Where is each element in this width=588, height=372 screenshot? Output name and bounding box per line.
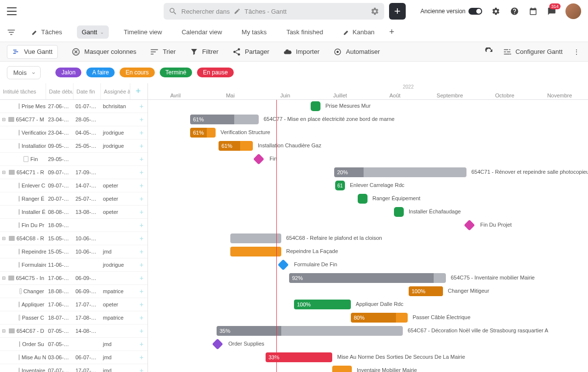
task-row[interactable]: Mise Au N 03-06-2022 06-07-2022 jmd + xyxy=(0,351,147,364)
task-row[interactable]: Enlever C 09-07-2022 14-07-2022 opeter + xyxy=(0,179,147,192)
add-subtask-button[interactable]: + xyxy=(140,274,144,282)
gantt-bar[interactable]: 100% xyxy=(409,286,443,296)
task-row[interactable]: ⊟654C67 - D 07-05-2022 14-08-2022 + xyxy=(0,325,147,338)
add-subtask-button[interactable]: + xyxy=(140,142,144,150)
settings-icon[interactable] xyxy=(491,6,501,16)
gantt-bar[interactable]: 35% xyxy=(217,326,403,336)
add-subtask-button[interactable]: + xyxy=(140,129,144,137)
add-subtask-button[interactable]: + xyxy=(140,287,144,295)
share-button[interactable]: Partager xyxy=(232,47,270,56)
add-subtask-button[interactable]: + xyxy=(140,234,144,242)
help-icon[interactable] xyxy=(510,6,519,16)
add-subtask-button[interactable]: + xyxy=(140,340,144,348)
add-subtask-button[interactable]: + xyxy=(140,327,144,335)
task-row[interactable]: Fin 29-05-2022 + xyxy=(0,153,147,166)
toggle-switch[interactable] xyxy=(468,8,482,15)
add-subtask-button[interactable]: + xyxy=(140,116,144,123)
add-subtask-button[interactable]: + xyxy=(140,155,144,163)
gantt-box[interactable] xyxy=(358,194,368,204)
import-button[interactable]: Importer xyxy=(283,47,319,56)
gantt-bar[interactable]: 61% xyxy=(219,141,253,151)
collapse-icon[interactable]: ⊟ xyxy=(2,117,6,122)
gantt-box[interactable]: 61 xyxy=(335,181,345,190)
task-row[interactable]: Order Su 07-05-2022 jmd + xyxy=(0,338,147,351)
task-row[interactable]: Changer 18-08-2022 06-09-2022 mpatrice + xyxy=(0,285,147,298)
sort-button[interactable]: Trier xyxy=(150,47,175,56)
search-input[interactable]: Rechercher dans Tâches - Gantt xyxy=(164,3,384,20)
collapse-icon[interactable]: ⊟ xyxy=(2,170,7,175)
milestone-diamond[interactable] xyxy=(464,220,475,231)
filter-button[interactable]: Filtrer xyxy=(190,47,219,56)
column-header-start[interactable]: Date début xyxy=(46,83,74,99)
task-row[interactable]: Passer C 18-07-2022 17-08-2022 mpatrice … xyxy=(0,311,147,325)
column-header-end[interactable]: Date fin xyxy=(74,83,101,99)
collapse-icon[interactable]: ⊟ xyxy=(2,276,6,280)
gantt-box[interactable] xyxy=(311,101,320,111)
old-version-toggle[interactable]: Ancienne version xyxy=(420,8,482,15)
task-row[interactable]: Prise Mes 27-06-2022 01-07-2022 bchrisit… xyxy=(0,100,147,113)
chip-termine[interactable]: Terminé xyxy=(160,68,193,77)
add-subtask-button[interactable]: + xyxy=(140,314,144,322)
collapse-icon[interactable]: ⊟ xyxy=(2,328,7,333)
add-column-button[interactable]: + xyxy=(130,83,146,99)
add-tab-button[interactable]: + xyxy=(389,27,394,37)
add-subtask-button[interactable]: + xyxy=(140,248,144,256)
automate-button[interactable]: Automatiser xyxy=(333,47,380,56)
tab-timeline[interactable]: Timeline view xyxy=(119,25,167,39)
tab-gantt[interactable]: Gantt⌄ xyxy=(77,25,109,39)
tab-calendar[interactable]: Calendar view xyxy=(177,25,227,39)
task-row[interactable]: Installer É 08-08-2022 13-08-2022 opeter… xyxy=(0,206,147,219)
configure-gantt-button[interactable]: Configurer Gantt xyxy=(503,47,563,56)
add-subtask-button[interactable]: + xyxy=(140,221,144,229)
gantt-bar[interactable]: 20% xyxy=(334,167,466,177)
add-subtask-button[interactable]: + xyxy=(140,208,144,216)
gantt-bar[interactable] xyxy=(230,247,281,256)
chip-encours[interactable]: En cours xyxy=(120,68,154,77)
column-header-name[interactable]: Intitulé tâches xyxy=(0,83,46,99)
period-dropdown[interactable]: Mois xyxy=(7,66,41,79)
add-subtask-button[interactable]: + xyxy=(140,301,144,308)
task-row[interactable]: Appliquer 17-06-2022 17-07-2022 opeter + xyxy=(0,298,147,311)
chip-jalon[interactable]: Jalon xyxy=(55,68,81,77)
reload-icon[interactable] xyxy=(484,47,494,57)
add-subtask-button[interactable]: + xyxy=(140,182,144,189)
gantt-bar[interactable]: 100% xyxy=(294,300,351,309)
avatar[interactable] xyxy=(565,3,581,19)
tab-mytasks[interactable]: My tasks xyxy=(237,25,271,39)
chip-pause[interactable]: En pause xyxy=(197,68,234,77)
gantt-bar[interactable]: 61% xyxy=(190,115,259,124)
gantt-bar[interactable] xyxy=(332,366,352,372)
tab-kanban[interactable]: Kanban xyxy=(338,25,380,40)
chip-afaire[interactable]: A faire xyxy=(86,68,115,77)
add-subtask-button[interactable]: + xyxy=(140,195,144,203)
column-header-assignee[interactable]: Assignée à : xyxy=(101,83,130,99)
task-row[interactable]: ⊟654C68 - R 15-05-2022 10-06-2022 + xyxy=(0,232,147,245)
task-row[interactable]: Installation 09-05-2022 25-05-2022 jrodr… xyxy=(0,140,147,153)
gantt-bar[interactable]: 92% xyxy=(289,273,446,283)
tab-finished[interactable]: Task finished xyxy=(281,25,328,39)
gantt-box[interactable] xyxy=(394,207,404,217)
view-gantt-button[interactable]: Vue Gantt xyxy=(7,45,58,59)
add-subtask-button[interactable]: + xyxy=(140,102,144,110)
add-subtask-button[interactable]: + xyxy=(140,168,144,176)
milestone-diamond[interactable] xyxy=(212,339,223,350)
task-row[interactable]: Inventaire 07-07-2022 17-07-2022 jmd + xyxy=(0,364,147,372)
task-row[interactable]: Repeindre 15-05-2022 10-06-2022 jmd + xyxy=(0,245,147,258)
gantt-panel[interactable]: 2022 AvrilMaiJuinJuilletAoûtSeptembreOct… xyxy=(148,83,588,372)
add-button[interactable]: + xyxy=(389,3,406,20)
gear-icon[interactable] xyxy=(370,7,379,16)
add-subtask-button[interactable]: + xyxy=(140,367,144,372)
task-row[interactable]: Fin Du Pr 18-09-2022 + xyxy=(0,219,147,232)
tab-taches[interactable]: Tâches xyxy=(26,25,67,40)
task-row[interactable]: ⊟654C77 - M 23-04-2022 28-05-2022 + xyxy=(0,113,147,126)
menu-icon[interactable] xyxy=(7,7,17,15)
gantt-bar[interactable]: 33% xyxy=(266,352,332,362)
task-row[interactable]: ⊟654C71 - R 09-07-2022 17-09-2022 + xyxy=(0,166,147,179)
gantt-bar[interactable] xyxy=(230,233,281,243)
task-row[interactable]: Verification 23-04-2022 04-05-2022 jrodr… xyxy=(0,126,147,140)
task-row[interactable]: Ranger É 20-07-2022 25-07-2022 opeter + xyxy=(0,192,147,206)
gantt-bar[interactable]: 61% xyxy=(190,128,216,138)
milestone-diamond[interactable] xyxy=(278,259,289,271)
add-subtask-button[interactable]: + xyxy=(140,353,144,361)
task-row[interactable]: Formulaire 11-06-2022 jrodrigue + xyxy=(0,258,147,272)
